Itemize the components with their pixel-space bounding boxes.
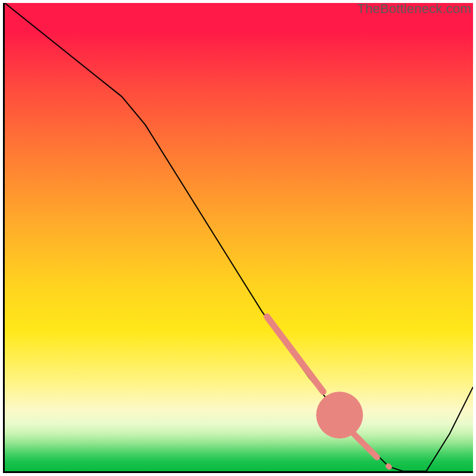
curve-layer <box>5 3 473 471</box>
bottleneck-curve <box>5 3 473 471</box>
watermark-text: TheBottleneck.com <box>357 1 471 17</box>
highlight-dot-2 <box>389 466 390 467</box>
highlight-band-2 <box>351 431 377 457</box>
plot-area <box>3 3 473 473</box>
highlight-dot-1-fallback <box>339 415 340 416</box>
highlight-band-1 <box>267 317 323 392</box>
chart-stage: TheBottleneck.com <box>0 0 476 476</box>
